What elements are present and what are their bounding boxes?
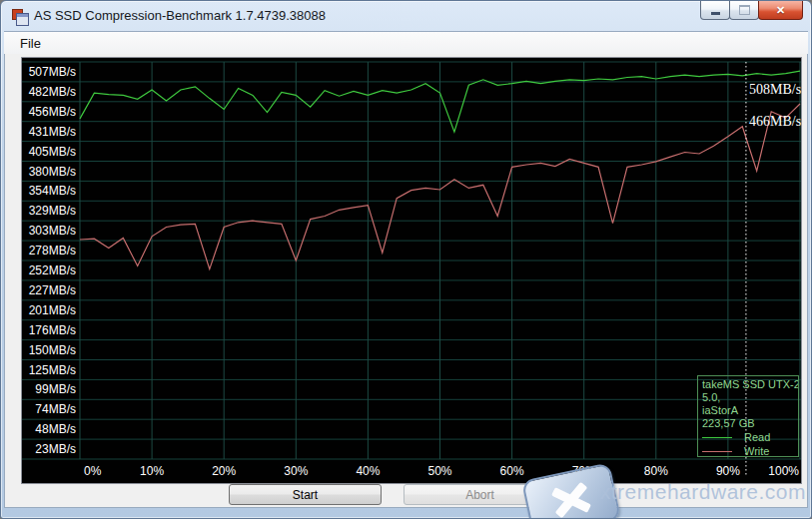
x-tick-label: 20% bbox=[194, 463, 254, 479]
x-tick-label: 50% bbox=[410, 463, 470, 479]
y-tick-label: 278MB/s bbox=[22, 243, 76, 259]
y-tick-label: 507MB/s bbox=[22, 64, 76, 80]
maximize-button[interactable] bbox=[729, 1, 759, 20]
read-line-swatch bbox=[702, 437, 732, 438]
legend-device-firmware: 5.0, bbox=[702, 391, 798, 404]
y-tick-label: 201MB/s bbox=[22, 302, 76, 318]
y-tick-label: 380MB/s bbox=[22, 164, 76, 180]
chart-svg bbox=[22, 58, 801, 481]
app-icon bbox=[12, 9, 28, 25]
y-tick-label: 176MB/s bbox=[22, 322, 76, 338]
legend-read-label: Read bbox=[744, 431, 770, 444]
legend-entry-read: Read bbox=[702, 430, 798, 444]
y-tick-label: 456MB/s bbox=[22, 104, 76, 120]
start-button[interactable]: Start bbox=[229, 484, 382, 505]
y-tick-label: 329MB/s bbox=[22, 203, 76, 219]
legend-write-label: Write bbox=[744, 445, 769, 458]
y-tick-label: 125MB/s bbox=[22, 362, 76, 378]
x-tick-label: 90% bbox=[698, 463, 758, 479]
legend-entry-write: Write bbox=[702, 444, 798, 457]
maximize-icon bbox=[739, 5, 750, 15]
legend-driver: iaStorA bbox=[702, 404, 798, 417]
x-tick-label: 60% bbox=[482, 463, 542, 479]
title-bar[interactable]: AS SSD Compression-Benchmark 1.7.4739.38… bbox=[1, 1, 811, 31]
y-tick-label: 482MB/s bbox=[22, 84, 76, 100]
app-window: AS SSD Compression-Benchmark 1.7.4739.38… bbox=[0, 0, 812, 519]
y-tick-label: 303MB/s bbox=[22, 223, 76, 239]
menu-bar: File bbox=[4, 32, 808, 54]
legend-capacity: 223,57 GB bbox=[702, 417, 798, 430]
y-tick-label: 431MB/s bbox=[22, 124, 76, 140]
minimize-icon bbox=[711, 12, 720, 15]
chart-legend: takeMS SSD UTX-2 5.0, iaStorA 223,57 GB … bbox=[697, 375, 799, 457]
y-tick-label: 150MB/s bbox=[22, 342, 76, 358]
x-tick-label: 30% bbox=[266, 463, 326, 479]
y-tick-label: 405MB/s bbox=[22, 144, 76, 160]
legend-device-name: takeMS SSD UTX-2 bbox=[702, 378, 798, 391]
x-tick-label: 10% bbox=[122, 463, 182, 479]
x-tick-label: 0% bbox=[84, 463, 101, 479]
window-title: AS SSD Compression-Benchmark 1.7.4739.38… bbox=[34, 8, 326, 23]
y-tick-label: 48MB/s bbox=[22, 421, 76, 437]
x-tick-label: 100% bbox=[768, 463, 799, 479]
benchmark-chart: 507MB/s482MB/s456MB/s431MB/s405MB/s380MB… bbox=[21, 57, 802, 484]
menu-item-file[interactable]: File bbox=[10, 34, 51, 53]
y-tick-label: 23MB/s bbox=[22, 441, 76, 457]
watermark-text: xtremehardware.com bbox=[600, 480, 806, 504]
y-tick-label: 354MB/s bbox=[22, 183, 76, 199]
write-line-swatch bbox=[702, 451, 732, 452]
close-button[interactable]: ✕ bbox=[758, 1, 803, 20]
y-tick-label: 252MB/s bbox=[22, 262, 76, 278]
read-speed-label: 508MB/s bbox=[749, 82, 801, 98]
close-icon: ✕ bbox=[776, 4, 785, 17]
y-tick-label: 227MB/s bbox=[22, 282, 76, 298]
x-tick-label: 40% bbox=[338, 463, 398, 479]
y-tick-label: 99MB/s bbox=[22, 381, 76, 397]
x-tick-label: 80% bbox=[626, 463, 686, 479]
minimize-button[interactable] bbox=[700, 1, 730, 20]
write-speed-label: 466MB/s bbox=[749, 114, 801, 130]
y-tick-label: 74MB/s bbox=[22, 401, 76, 417]
